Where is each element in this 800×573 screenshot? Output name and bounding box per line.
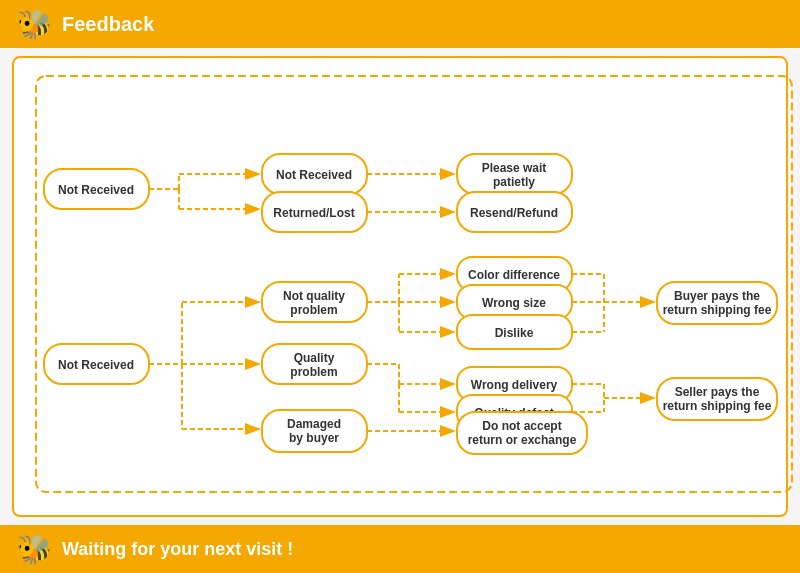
header-title: Feedback bbox=[62, 13, 154, 36]
node-damaged-by-buyer-2: by buyer bbox=[289, 431, 339, 445]
node-do-not-accept: Do not accept bbox=[482, 419, 561, 433]
footer-title: Waiting for your next visit ! bbox=[62, 539, 293, 560]
bee-icon-header: 🐝 bbox=[16, 6, 52, 42]
node-resend-refund: Resend/Refund bbox=[470, 206, 558, 220]
flowchart-svg: Not Received Not Received Please wait pa… bbox=[34, 74, 794, 494]
node-please-wait-2: patietly bbox=[493, 175, 535, 189]
node-not-received-bottom: Not Received bbox=[58, 358, 134, 372]
node-damaged-by-buyer: Damaged bbox=[287, 417, 341, 431]
node-not-received-right: Not Received bbox=[276, 168, 352, 182]
node-not-received-top: Not Received bbox=[58, 183, 134, 197]
node-seller-pays: Seller pays the bbox=[675, 385, 760, 399]
bee-icon-footer: 🐝 bbox=[16, 531, 52, 567]
node-not-quality-problem: Not quality bbox=[283, 289, 345, 303]
node-dislike: Dislike bbox=[495, 326, 534, 340]
node-seller-pays-2: return shipping fee bbox=[663, 399, 772, 413]
node-wrong-delivery: Wrong delivery bbox=[471, 378, 558, 392]
node-returned-lost: Returned/Lost bbox=[273, 206, 354, 220]
node-buyer-pays-2: return shipping fee bbox=[663, 303, 772, 317]
node-buyer-pays: Buyer pays the bbox=[674, 289, 760, 303]
main-content: Not Received Not Received Please wait pa… bbox=[12, 56, 788, 517]
node-do-not-accept-2: return or exchange bbox=[468, 433, 577, 447]
node-color-difference: Color difference bbox=[468, 268, 560, 282]
footer: 🐝 Waiting for your next visit ! bbox=[0, 525, 800, 573]
node-please-wait: Please wait bbox=[482, 161, 547, 175]
header: 🐝 Feedback bbox=[0, 0, 800, 48]
node-quality-problem: Quality bbox=[294, 351, 335, 365]
node-not-quality-problem-2: problem bbox=[290, 303, 337, 317]
node-wrong-size: Wrong size bbox=[482, 296, 546, 310]
node-quality-problem-2: problem bbox=[290, 365, 337, 379]
